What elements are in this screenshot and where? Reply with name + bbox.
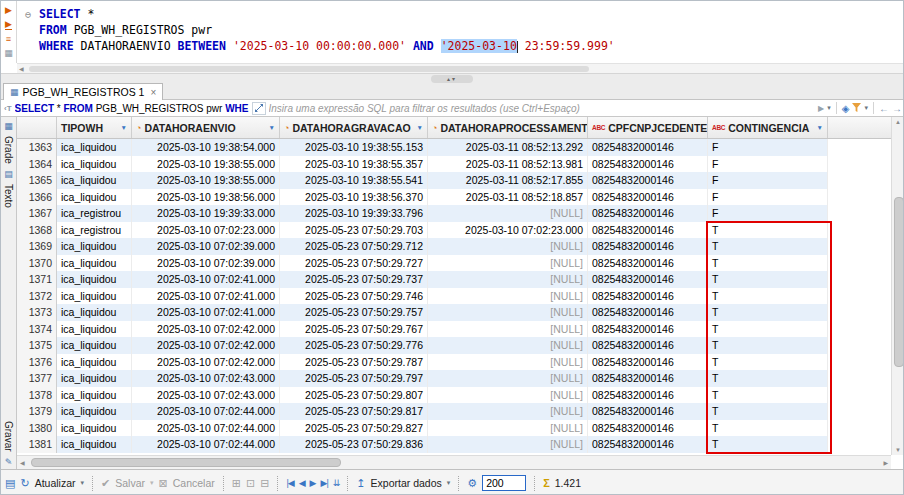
column-header-datahoragravacao[interactable]: ◔DATAHORAGRAVACAO▼ bbox=[280, 117, 428, 138]
nav-first-icon[interactable]: |◀ bbox=[286, 478, 293, 488]
grid-cell[interactable]: 2025-05-23 07:50:29.817 bbox=[280, 403, 428, 420]
filter-funnel-icon[interactable] bbox=[852, 103, 861, 114]
grid-cell[interactable]: 2025-03-10 07:02:23.000 bbox=[428, 222, 588, 239]
grid-cell[interactable]: 2025-05-23 07:50:29.836 bbox=[280, 436, 428, 453]
column-header-contingencia[interactable]: ABCCONTINGENCIA▼ bbox=[708, 117, 828, 138]
filter-input[interactable] bbox=[269, 101, 816, 115]
grid-cell[interactable]: ica_liquidou bbox=[57, 156, 132, 173]
grid-cell[interactable]: 2025-05-23 07:50:29.767 bbox=[280, 321, 428, 338]
hscroll-thumb[interactable] bbox=[31, 458, 341, 467]
grade-tab-icon[interactable]: ▦ bbox=[4, 121, 13, 131]
nav-next-icon[interactable]: ▶ bbox=[310, 478, 316, 488]
grid-cell[interactable]: 2025-05-23 07:50:29.712 bbox=[280, 238, 428, 255]
column-dropdown-icon[interactable]: ▼ bbox=[817, 124, 823, 131]
table-row[interactable]: 1363ica_liquidou2025-03-10 19:38:54.0002… bbox=[17, 139, 828, 156]
row-number[interactable]: 1370 bbox=[17, 255, 57, 272]
grid-cell[interactable]: 08254832000146 bbox=[588, 255, 708, 272]
execute-statement-icon[interactable]: ▶ bbox=[5, 5, 12, 15]
nav-last-icon[interactable]: ▶| bbox=[321, 478, 328, 488]
fold-collapse-icon[interactable]: ⊖ bbox=[25, 7, 39, 23]
history-forward-icon[interactable]: → bbox=[892, 103, 902, 114]
scroll-left-icon[interactable]: ◀ bbox=[19, 65, 24, 72]
row-number[interactable]: 1381 bbox=[17, 436, 57, 453]
row-number[interactable]: 1369 bbox=[17, 238, 57, 255]
grid-cell[interactable]: 08254832000146 bbox=[588, 387, 708, 404]
grid-cell[interactable]: 2025-03-10 07:02:41.000 bbox=[132, 288, 280, 305]
grid-cell[interactable]: F bbox=[708, 139, 828, 156]
grid-cell[interactable]: 2025-05-23 07:50:29.727 bbox=[280, 255, 428, 272]
grid-cell[interactable]: 2025-03-10 07:02:42.000 bbox=[132, 321, 280, 338]
grid-cell[interactable]: 2025-03-10 07:02:42.000 bbox=[132, 354, 280, 371]
grid-cell[interactable]: 08254832000146 bbox=[588, 189, 708, 206]
grid-cell[interactable]: 2025-03-10 07:02:42.000 bbox=[132, 337, 280, 354]
grid-cell[interactable]: ica_liquidou bbox=[57, 271, 132, 288]
vscroll-thumb[interactable] bbox=[894, 197, 904, 367]
nav-prev-icon[interactable]: ◀ bbox=[299, 478, 305, 488]
grid-cell[interactable]: 2025-03-10 07:02:39.000 bbox=[132, 255, 280, 272]
row-number[interactable]: 1378 bbox=[17, 387, 57, 404]
grid-cell[interactable]: 08254832000146 bbox=[588, 156, 708, 173]
grid-cell[interactable]: T bbox=[708, 354, 828, 371]
grid-cell[interactable]: 2025-03-10 19:38:55.153 bbox=[280, 139, 428, 156]
grid-cell[interactable]: F bbox=[708, 189, 828, 206]
grid-cell[interactable]: [NULL] bbox=[428, 403, 588, 420]
sql-code[interactable]: ⊖SELECT *FROM PGB_WH_REGISTROS pwrWHERE … bbox=[25, 6, 901, 54]
save-button[interactable]: Salvar bbox=[115, 477, 145, 489]
grid-cell[interactable]: [NULL] bbox=[428, 436, 588, 453]
grid-cell[interactable]: 2025-05-23 07:50:29.757 bbox=[280, 304, 428, 321]
grid-cell[interactable]: 2025-05-23 07:50:29.797 bbox=[280, 370, 428, 387]
filter-query-text[interactable]: SELECT * FROM PGB_WH_REGISTROS pwr WHE bbox=[15, 103, 249, 114]
grid-cell[interactable]: T bbox=[708, 271, 828, 288]
grid-cell[interactable]: 2025-03-10 07:02:23.000 bbox=[132, 222, 280, 239]
grid-cell[interactable]: 2025-03-11 08:52:18.857 bbox=[428, 189, 588, 206]
grid-cell[interactable]: 08254832000146 bbox=[588, 337, 708, 354]
expand-filter-icon[interactable] bbox=[252, 102, 266, 115]
grid-cell[interactable]: ica_registrou bbox=[57, 222, 132, 239]
grid-cell[interactable]: ica_liquidou bbox=[57, 370, 132, 387]
row-number[interactable]: 1371 bbox=[17, 271, 57, 288]
row-number[interactable]: 1380 bbox=[17, 420, 57, 437]
grid-cell[interactable]: ica_registrou bbox=[57, 205, 132, 222]
grid-cell[interactable]: ica_liquidou bbox=[57, 387, 132, 404]
grid-cell[interactable]: [NULL] bbox=[428, 387, 588, 404]
clear-filter-icon[interactable]: ◈ bbox=[842, 103, 850, 114]
row-number[interactable]: 1374 bbox=[17, 321, 57, 338]
grid-cell[interactable]: 08254832000146 bbox=[588, 403, 708, 420]
grid-cell[interactable]: F bbox=[708, 156, 828, 173]
scroll-down-icon[interactable]: ▼ bbox=[895, 447, 901, 453]
grid-cell[interactable]: 08254832000146 bbox=[588, 238, 708, 255]
gear-icon[interactable]: ⚙ bbox=[467, 478, 477, 489]
splitter-handle-icon[interactable]: ▴▾ bbox=[431, 75, 473, 83]
grid-cell[interactable]: [NULL] bbox=[428, 205, 588, 222]
row-number[interactable]: 1376 bbox=[17, 354, 57, 371]
grid-cell[interactable]: [NULL] bbox=[428, 238, 588, 255]
filter-settings-dropdown-icon[interactable]: ▾ bbox=[864, 104, 868, 112]
scroll-right-icon[interactable]: ▶ bbox=[883, 459, 888, 466]
grid-corner[interactable] bbox=[17, 117, 57, 138]
grid-cell[interactable]: 2025-03-10 19:38:56.000 bbox=[132, 189, 280, 206]
grid-cell[interactable]: ica_liquidou bbox=[57, 420, 132, 437]
grid-cell[interactable]: T bbox=[708, 304, 828, 321]
grid-cell[interactable]: 2025-03-10 19:38:55.000 bbox=[132, 156, 280, 173]
table-row[interactable]: 1371ica_liquidou2025-03-10 07:02:41.0002… bbox=[17, 271, 828, 288]
column-header-datahoraenvio[interactable]: ◔DATAHORAENVIO▼ bbox=[132, 117, 280, 138]
grid-cell[interactable]: 2025-03-10 07:02:41.000 bbox=[132, 304, 280, 321]
table-row[interactable]: 1369ica_liquidou2025-03-10 07:02:39.0002… bbox=[17, 238, 828, 255]
refresh-button[interactable]: Atualizar bbox=[35, 477, 76, 489]
grid-cell[interactable]: [NULL] bbox=[428, 304, 588, 321]
duplicate-row-icon[interactable]: ⊡ bbox=[246, 478, 255, 489]
grid-cell[interactable]: T bbox=[708, 337, 828, 354]
grid-cell[interactable]: ica_liquidou bbox=[57, 321, 132, 338]
row-number[interactable]: 1375 bbox=[17, 337, 57, 354]
editor-hscroll-thumb[interactable] bbox=[29, 66, 589, 72]
tab-grade[interactable]: Grade bbox=[3, 136, 14, 164]
row-number[interactable]: 1364 bbox=[17, 156, 57, 173]
grid-cell[interactable]: 2025-03-11 08:52:17.855 bbox=[428, 172, 588, 189]
grid-cell[interactable]: 2025-03-10 07:02:39.000 bbox=[132, 238, 280, 255]
grid-cell[interactable]: [NULL] bbox=[428, 321, 588, 338]
grid-cell[interactable]: ica_liquidou bbox=[57, 255, 132, 272]
grid-cell[interactable]: [NULL] bbox=[428, 288, 588, 305]
table-row[interactable]: 1381ica_liquidou2025-03-10 07:02:44.0002… bbox=[17, 436, 828, 453]
grid-cell[interactable]: 08254832000146 bbox=[588, 321, 708, 338]
grid-cell[interactable]: 2025-05-23 07:50:29.787 bbox=[280, 354, 428, 371]
